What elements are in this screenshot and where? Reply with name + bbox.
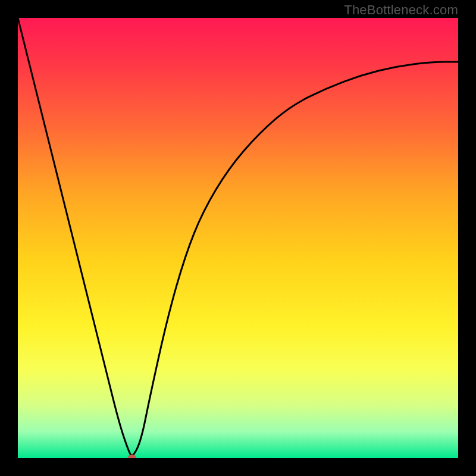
watermark-text: TheBottleneck.com [344,2,458,18]
chart-frame: TheBottleneck.com [0,0,476,476]
chart-curve [18,18,458,458]
minimum-marker [128,455,136,458]
plot-area [18,18,458,458]
